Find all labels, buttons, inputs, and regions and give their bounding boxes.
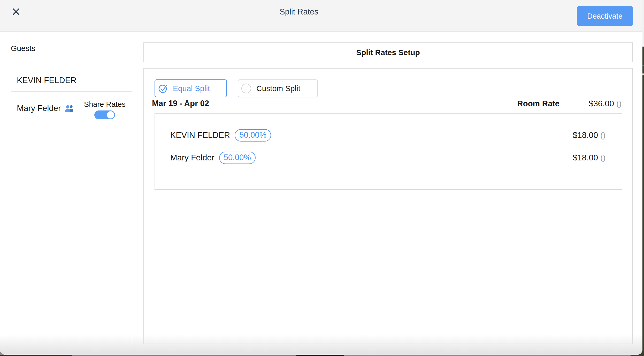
guest-list-item-primary[interactable]: KEVIN FELDER (11, 69, 132, 92)
primary-guest-name: KEVIN FELDER (17, 76, 76, 85)
guest-list-item-shared[interactable]: Mary Felder Share Rates (11, 92, 132, 125)
room-rate-value: $36.00 () (559, 99, 622, 108)
setup-header: Split Rates Setup (143, 42, 633, 62)
room-rate-note: () (616, 99, 622, 108)
share-rates-label: Share Rates (84, 100, 126, 109)
page-edge-sliver (296, 355, 344, 356)
page-edge-sliver (642, 73, 644, 75)
guest-name: Mary Felder (170, 153, 214, 162)
equal-split-label: Equal Split (173, 84, 210, 93)
split-rates-modal: Split Rates Deactivate Guests KEVIN FELD… (0, 0, 642, 355)
radio-unchecked-icon (241, 84, 251, 93)
room-rate-label: Room Rate (517, 99, 559, 108)
shared-guests-icon (65, 104, 74, 113)
guests-list: KEVIN FELDER Mary Felder Share Rates (11, 69, 132, 344)
guest-split-row: KEVIN FELDER 50.00% $18.00 () (170, 124, 605, 146)
close-icon[interactable] (12, 8, 20, 16)
page-edge-sliver (642, 65, 644, 66)
guest-name: KEVIN FELDER (170, 130, 230, 140)
setup-title: Split Rates Setup (356, 48, 420, 57)
modal-header: Split Rates Deactivate (0, 0, 642, 32)
shared-guest-name: Mary Felder (17, 103, 61, 113)
guest-split-row: Mary Felder 50.00% $18.00 () (170, 146, 605, 169)
rate-header-line: Mar 19 - Apr 02 Room Rate $36.00 () (152, 98, 622, 109)
modal-title: Split Rates (280, 7, 318, 17)
page-edge-sliver (642, 0, 644, 47)
page-edge-sliver (344, 355, 644, 356)
guest-amount: $18.00 () (573, 130, 605, 140)
share-rates-toggle[interactable] (94, 110, 115, 119)
deactivate-button[interactable]: Deactivate (577, 6, 633, 26)
custom-split-button[interactable]: Custom Split (238, 79, 318, 97)
custom-split-label: Custom Split (256, 84, 300, 93)
page-edge-sliver (642, 47, 644, 356)
percent-input[interactable]: 50.00% (219, 152, 256, 164)
check-circle-icon (158, 84, 168, 93)
date-range: Mar 19 - Apr 02 (152, 99, 209, 108)
split-mode-options: Equal Split Custom Split (155, 79, 318, 97)
equal-split-button[interactable]: Equal Split (155, 79, 227, 97)
percent-input[interactable]: 50.00% (235, 129, 271, 142)
toggle-knob (107, 111, 114, 118)
page-edge-sliver (0, 355, 72, 356)
page-edge-sliver (72, 355, 296, 356)
split-rates-modal-screen: Split Rates Deactivate Guests KEVIN FELD… (0, 0, 644, 356)
guest-split-rows: KEVIN FELDER 50.00% $18.00 () Mary Felde… (155, 113, 622, 190)
guest-amount: $18.00 () (573, 153, 605, 162)
split-setup-panel: Equal Split Custom Split Mar 19 - Apr 02… (143, 68, 633, 344)
guests-section-label: Guests (11, 44, 35, 53)
